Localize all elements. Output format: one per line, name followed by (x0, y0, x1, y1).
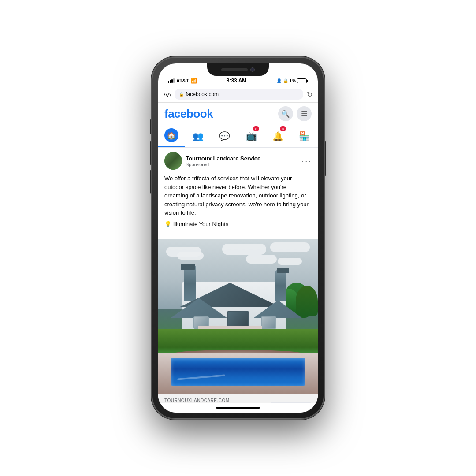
cta-info: TOURNOUXLANDCARE.COM Create Your Own Per… (164, 398, 266, 403)
cloud-3 (222, 244, 266, 255)
nav-notifications[interactable]: 🔔 3 (264, 125, 291, 147)
facebook-header: facebook 🔍 ☰ (158, 103, 318, 125)
post-image (158, 239, 318, 394)
cloud-5 (270, 242, 310, 252)
nav-home[interactable]: 🏠 (158, 125, 185, 147)
menu-icon: ☰ (301, 110, 307, 118)
power-button[interactable] (324, 141, 326, 176)
tree-bg-3 (296, 286, 318, 316)
cloud-2 (177, 252, 204, 260)
status-time: 8:33 AM (227, 78, 247, 84)
battery-pct-label: 1% (290, 78, 296, 83)
house-scene (158, 239, 318, 394)
post-card: Tournoux Landcare Service Sponsored ··· … (158, 148, 318, 403)
cloud-6 (278, 258, 302, 265)
home-icon: 🏠 (164, 128, 178, 142)
notch-speaker (221, 68, 248, 71)
lock-status-icon: 🔒 (283, 78, 288, 83)
refresh-button[interactable]: ↻ (307, 90, 312, 99)
nav-watch[interactable]: 📺 8 (238, 125, 264, 147)
person-icon: 👤 (276, 78, 282, 83)
highlight-text: Illuminate Your Nights (173, 221, 229, 227)
battery-icon (297, 78, 308, 83)
url-bar[interactable]: 🔒 facebook.com (175, 89, 303, 100)
carrier-label: AT&T (176, 78, 189, 83)
text-size-button[interactable]: AA (164, 91, 171, 98)
nav-marketplace[interactable]: 🏪 (291, 125, 318, 147)
facebook-app: facebook 🔍 ☰ 🏠 👥 (158, 103, 318, 403)
facebook-logo: facebook (164, 107, 213, 121)
friends-icon: 👥 (193, 131, 204, 141)
cloud-4 (246, 255, 277, 264)
chimney-left (184, 266, 196, 301)
watch-badge: 8 (253, 126, 259, 131)
search-button[interactable]: 🔍 (278, 106, 293, 121)
menu-button[interactable]: ☰ (297, 106, 312, 121)
url-text: facebook.com (186, 91, 219, 97)
marketplace-icon: 🏪 (299, 131, 310, 141)
post-cta-bar: TOURNOUXLANDCARE.COM Create Your Own Per… (158, 394, 318, 403)
cta-domain: TOURNOUXLANDCARE.COM (164, 398, 266, 403)
advertiser-name[interactable]: Tournoux Landcare Service (186, 155, 298, 162)
notification-icon: 🔔 (272, 131, 283, 141)
window-right (261, 316, 276, 329)
chimney-left-top (181, 264, 195, 270)
post-body-text: We offer a trifecta of services that wil… (158, 174, 318, 221)
post-meta: Tournoux Landcare Service Sponsored (186, 155, 298, 167)
signal-bars (168, 78, 175, 83)
home-indicator-bar (216, 407, 260, 409)
chimney-right-top (277, 268, 289, 273)
advertiser-avatar (164, 152, 182, 170)
nav-messenger[interactable]: 💬 (212, 125, 238, 147)
post-more-text[interactable]: ... (158, 229, 318, 239)
phone-screen: AT&T 📶 8:33 AM 👤 🔒 1% AA 🔒 f (158, 63, 318, 413)
nav-friends[interactable]: 👥 (185, 125, 211, 147)
notch-camera (250, 67, 255, 72)
wifi-icon: 📶 (191, 78, 197, 84)
phone-wrapper: AT&T 📶 8:33 AM 👤 🔒 1% AA 🔒 f (152, 57, 324, 419)
lock-icon: 🔒 (179, 92, 184, 97)
bulb-emoji: 💡 (164, 221, 171, 227)
post-header: Tournoux Landcare Service Sponsored ··· (158, 148, 318, 174)
home-indicator[interactable] (158, 403, 318, 413)
header-action-icons: 🔍 ☰ (278, 106, 312, 121)
pool-water (171, 358, 305, 386)
notifications-badge: 3 (280, 126, 286, 131)
messenger-icon: 💬 (219, 131, 230, 141)
post-options-button[interactable]: ··· (301, 156, 312, 166)
chimney-right (275, 270, 286, 301)
status-right: 👤 🔒 1% (276, 78, 308, 83)
search-icon: 🔍 (281, 110, 290, 118)
notch (207, 63, 269, 76)
sponsored-label: Sponsored (186, 162, 298, 167)
browser-bar: AA 🔒 facebook.com ↻ (158, 86, 318, 103)
status-left: AT&T 📶 (168, 78, 197, 84)
post-highlight: 💡 Illuminate Your Nights (158, 221, 318, 229)
facebook-nav: 🏠 👥 💬 📺 8 🔔 3 🏪 (158, 125, 318, 148)
facebook-feed: Tournoux Landcare Service Sponsored ··· … (158, 148, 318, 403)
watch-icon: 📺 (246, 131, 257, 141)
